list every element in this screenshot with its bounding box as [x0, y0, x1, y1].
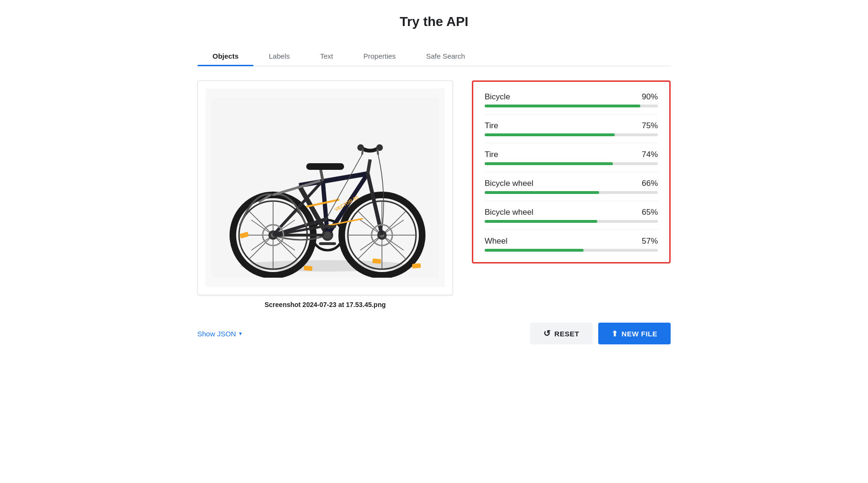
reset-icon: ↺: [543, 328, 551, 339]
result-label: Bicycle wheel: [485, 208, 533, 217]
tab-safe-search[interactable]: Safe Search: [411, 46, 480, 66]
svg-rect-60: [372, 258, 381, 264]
result-percent: 75%: [642, 121, 658, 131]
result-percent: 74%: [642, 150, 658, 159]
result-row: Tire 75%: [485, 121, 658, 131]
progress-bar-fill: [485, 133, 615, 136]
bottom-bar: Show JSON ▾ ↺ RESET ⬆ NEW FILE: [197, 323, 671, 344]
upload-icon: ⬆: [611, 329, 618, 338]
progress-bar-bg: [485, 220, 658, 223]
action-buttons: ↺ RESET ⬆ NEW FILE: [530, 323, 671, 344]
new-file-button[interactable]: ⬆ NEW FILE: [598, 323, 671, 344]
image-caption: Screenshot 2024-07-23 at 17.53.45.png: [265, 301, 386, 308]
result-percent: 90%: [642, 92, 658, 102]
svg-rect-58: [304, 265, 313, 271]
result-percent: 65%: [642, 208, 658, 217]
image-panel: VECTOR S1 Screenshot 2024-07-23 at 17.53…: [197, 80, 453, 308]
page-title: Try the API: [197, 14, 671, 29]
result-item: Wheel 57%: [485, 230, 658, 258]
results-panel: Bicycle 90% Tire 75% Tire 74%: [472, 80, 671, 263]
result-row: Wheel 57%: [485, 237, 658, 246]
tab-text[interactable]: Text: [305, 46, 348, 66]
svg-line-49: [368, 159, 370, 174]
show-json-button[interactable]: Show JSON ▾: [197, 330, 242, 338]
chevron-down-icon: ▾: [239, 330, 242, 337]
progress-bar-bg: [485, 133, 658, 136]
result-percent: 66%: [642, 179, 658, 188]
reset-button[interactable]: ↺ RESET: [530, 323, 593, 344]
result-item: Bicycle wheel 66%: [485, 172, 658, 201]
svg-rect-48: [306, 163, 344, 170]
svg-point-1: [240, 260, 410, 272]
result-label: Tire: [485, 150, 498, 159]
image-wrapper: VECTOR S1: [197, 80, 453, 295]
svg-rect-59: [412, 263, 421, 269]
progress-bar-bg: [485, 162, 658, 165]
result-row: Tire 74%: [485, 150, 658, 159]
tab-bar: Objects Labels Text Properties Safe Sear…: [197, 46, 671, 66]
bicycle-image: VECTOR S1: [205, 88, 445, 287]
result-item: Bicycle wheel 65%: [485, 201, 658, 230]
result-percent: 57%: [642, 237, 658, 246]
tab-labels[interactable]: Labels: [254, 46, 305, 66]
result-label: Tire: [485, 121, 498, 131]
progress-bar-bg: [485, 105, 658, 107]
result-label: Bicycle wheel: [485, 179, 533, 188]
result-row: Bicycle wheel 65%: [485, 208, 658, 217]
progress-bar-fill: [485, 191, 599, 194]
progress-bar-fill: [485, 105, 640, 107]
progress-bar-fill: [485, 162, 613, 165]
main-content: VECTOR S1 Screenshot 2024-07-23 at 17.53…: [197, 80, 671, 308]
result-label: Wheel: [485, 237, 507, 246]
tab-objects[interactable]: Objects: [197, 46, 254, 66]
svg-point-54: [324, 231, 331, 239]
result-item: Tire 75%: [485, 114, 658, 143]
result-label: Bicycle: [485, 92, 510, 102]
tab-properties[interactable]: Properties: [348, 46, 411, 66]
progress-bar-fill: [485, 220, 597, 223]
result-item: Tire 74%: [485, 143, 658, 172]
progress-bar-bg: [485, 191, 658, 194]
result-item: Bicycle 90%: [485, 86, 658, 114]
progress-bar-bg: [485, 249, 658, 252]
bicycle-svg: VECTOR S1: [212, 98, 439, 278]
main-container: Try the API Objects Labels Text Properti…: [197, 14, 671, 344]
result-row: Bicycle 90%: [485, 92, 658, 102]
result-row: Bicycle wheel 66%: [485, 179, 658, 188]
progress-bar-fill: [485, 249, 584, 252]
